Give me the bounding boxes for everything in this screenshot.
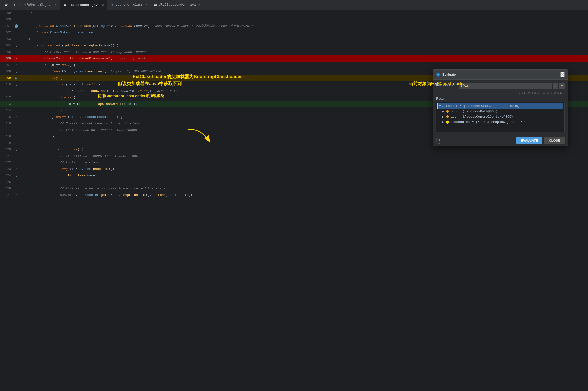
tab-close-btn-launcher[interactable]: ✕ [145, 3, 147, 6]
result-expand-icon-2: ▶ [442, 115, 444, 118]
java-icon: ☕ [4, 3, 8, 7]
dialog-action-buttons: EVALUATE CLOSE [516, 137, 565, 144]
result-row-2[interactable]: ▶ 🔶 acc = {AccessControlContext@866} [437, 114, 563, 120]
code-line-422: 422 // to find the class. [0, 160, 588, 166]
result-row-1[interactable]: ▶ 🔶 ucp = {URLClassPath@865} [437, 109, 563, 114]
code-line-425: 425 [0, 179, 588, 186]
expression-label: Expression: [436, 83, 456, 86]
tab-close-btn-active[interactable]: ✕ [102, 4, 104, 7]
class-icon: ◆ [110, 3, 114, 7]
code-line-426: 426 // this is the defining class loader… [0, 186, 588, 192]
dialog-title: 🔷 Evaluate [436, 73, 456, 77]
tab-launcher[interactable]: ◆ Launcher.class ✕ [107, 0, 150, 10]
result-type-icon-0: ∞ [442, 104, 445, 108]
dialog-close-x-button[interactable]: ✕ [560, 72, 565, 78]
tab-bar: ☕ Demo03_类加载的过程.java ✕ ☕ ClassLoader.jav… [0, 0, 588, 10]
tab-label-active: ClassLoader.java [68, 3, 100, 7]
result-type-icon-2: 🔶 [446, 115, 449, 119]
tab-close-btn-url[interactable]: ✕ [198, 3, 200, 6]
result-row-0[interactable]: ▼ ∞ result = {Launcher$ExtClassLoader@84… [437, 103, 563, 109]
evaluate-button[interactable]: EVALUATE [516, 137, 542, 144]
tab-close-btn[interactable]: ✕ [55, 3, 57, 6]
result-row-3[interactable]: ▶ ⬤ closeables = {WeakHashMap@867} size … [437, 120, 563, 125]
dialog-body: Expression: 当前对象为ExtClassLoader ⤢ ▼ Use … [433, 80, 568, 135]
tab-label-launcher: Launcher.class [116, 3, 143, 7]
expand-expression-button[interactable]: ⤢ [553, 83, 558, 89]
dialog-title-text: Evaluate [442, 73, 456, 76]
tab-urlclassloader[interactable]: ☕ URLClassLoader.java ✕ [150, 0, 203, 10]
dialog-footer: ? EVALUATE CLOSE [433, 135, 568, 146]
result-text-1: ucp = {URLClassPath@865} [451, 110, 498, 114]
code-line-406: 406 ✓ Class<?> c = findLoadedClass(name)… [0, 56, 588, 62]
code-line-399: 399 */ [0, 10, 588, 16]
code-line-424: 424 ◇ c = findClass(name); [0, 172, 588, 179]
java-icon-url: ☕ [153, 3, 157, 7]
expression-input[interactable] [459, 83, 552, 89]
code-line-420: 420 ◇ if (c == null) { [0, 146, 588, 153]
tab-label-url: URLClassLoader.java [159, 3, 196, 7]
code-line-404: 404 ◇ synchronized (getClassLoadingLock(… [0, 42, 588, 49]
hint-text: Use Ctrl+Shift+Enter to add to Watches [436, 92, 565, 95]
annotation-bootstrap-note: 使用BootstrapClassLoader来加载该类 [98, 94, 164, 98]
tab-demo03[interactable]: ☕ Demo03_类加载的过程.java ✕ [1, 0, 60, 10]
annotation-java-note: 但该类加载器在Java中获取不到 [118, 81, 182, 87]
result-label: Result: [436, 97, 565, 100]
java-icon-active: ☕ [63, 3, 67, 7]
annotation-extclassloader: ExtClassLoader的父加载器为BootstrapClassLoader [133, 74, 242, 80]
code-line-427: 427 ◇ sun.misc.PerfCounter.getParentDele… [0, 192, 588, 198]
tab-classloader[interactable]: ☕ ClassLoader.java ✕ [60, 0, 107, 10]
breakpoint-arrow-icon [15, 24, 18, 28]
code-line-402: 402 throws ClassNotFoundException [0, 30, 588, 36]
result-text-3: closeables = {WeakHashMap@867} size = 0 [450, 120, 526, 124]
debug-breakpoint-icon: ✓ [15, 56, 18, 61]
code-line-421: 421 // If still not found, then invoke f… [0, 153, 588, 160]
help-button[interactable]: ? [436, 138, 442, 144]
expression-row: Expression: 当前对象为ExtClassLoader ⤢ ▼ [436, 83, 565, 89]
code-line-423: 423 ◇ long t1 = System.nanoTime(); [0, 166, 588, 172]
tab-label: Demo03_类加载的过程.java [10, 3, 53, 7]
evaluate-icon: 🔷 [436, 73, 440, 77]
evaluate-dialog: 🔷 Evaluate ✕ Expression: 当前对象为ExtClassLo… [433, 70, 568, 146]
dialog-title-bar: 🔷 Evaluate ✕ [433, 70, 568, 80]
code-area: 399 */ 400 401 protected Class<?> loadCl… [0, 10, 588, 391]
result-area: ▼ ∞ result = {Launcher$ExtClassLoader@84… [436, 102, 565, 132]
result-type-icon-1: 🔶 [446, 110, 449, 114]
result-expand-icon-0: ▼ [439, 105, 441, 108]
result-text-2: acc = {AccessControlContext@866} [451, 115, 513, 119]
code-line-403: 403 { [0, 36, 588, 42]
result-type-icon-3: ⬤ [446, 120, 449, 124]
breakpoint-hollow: ◇ [15, 44, 17, 48]
close-button[interactable]: CLOSE [544, 137, 565, 144]
code-line-401: 401 protected Class<?> loadClass(String … [0, 23, 588, 30]
expression-dropdown-button[interactable]: ▼ [559, 83, 565, 89]
code-line-405: 405 // First, check if the class has alr… [0, 49, 588, 56]
code-line-407: 407 ◇ if (c == null) { [0, 62, 588, 68]
editor-area: 399 */ 400 401 protected Class<?> loadCl… [0, 10, 588, 391]
result-text-0: result = {Launcher$ExtClassLoader@845} [446, 104, 520, 108]
result-expand-icon-1: ▶ [442, 110, 444, 113]
result-expand-icon-3: ▶ [442, 120, 444, 124]
